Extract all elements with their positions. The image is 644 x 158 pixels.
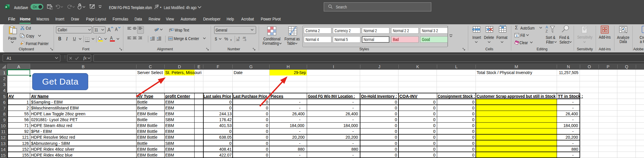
- svg-text:.00: .00: [236, 39, 239, 41]
- svg-text:c: c: [169, 30, 171, 32]
- svg-text:A: A: [546, 25, 548, 29]
- svg-text:Z: Z: [546, 29, 548, 33]
- svg-text:→0: →0: [242, 39, 246, 41]
- svg-text:X: X: [5, 5, 7, 8]
